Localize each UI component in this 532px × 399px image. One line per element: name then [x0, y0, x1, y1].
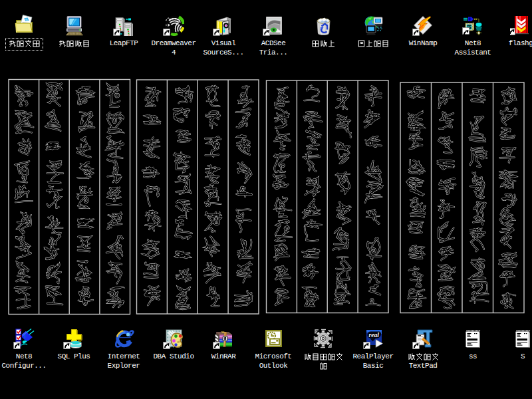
svg-text:real: real	[369, 332, 380, 338]
